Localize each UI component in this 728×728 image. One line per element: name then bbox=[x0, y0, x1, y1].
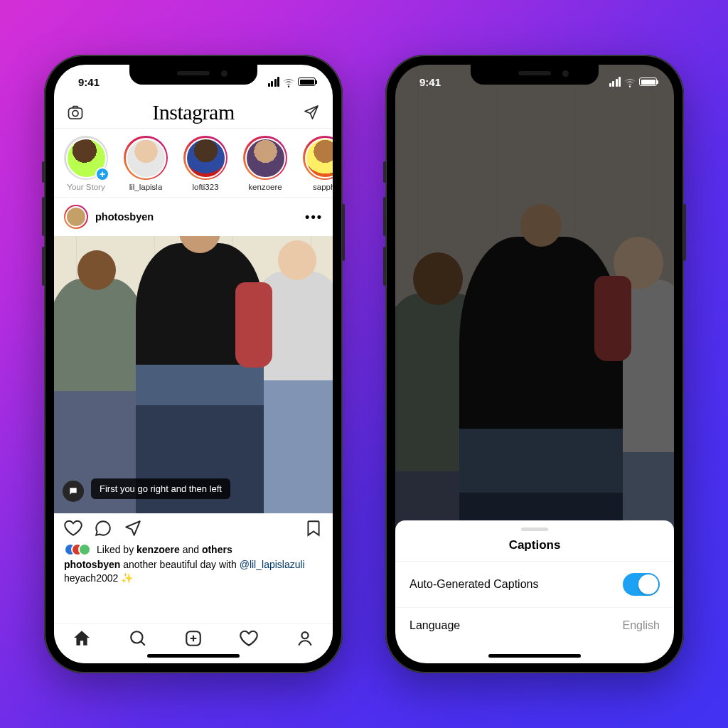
story-your-story[interactable]: + Your Story bbox=[61, 136, 111, 191]
caption-mention[interactable]: @lil_lapislazuli bbox=[240, 559, 305, 570]
camera-icon[interactable] bbox=[65, 102, 85, 122]
story-label: sapphi bbox=[313, 183, 333, 191]
story-item[interactable]: lil_lapisla bbox=[121, 136, 171, 191]
story-label: kenzoere bbox=[248, 183, 282, 191]
post-media[interactable]: First you go right and then left bbox=[54, 236, 333, 513]
post-actions bbox=[54, 513, 333, 543]
caption-author[interactable]: photosbyen bbox=[64, 559, 120, 570]
signal-icon bbox=[268, 77, 280, 87]
post-author-avatar[interactable] bbox=[64, 205, 88, 229]
battery-icon bbox=[639, 77, 657, 86]
svg-point-4 bbox=[301, 632, 308, 638]
app-logo: Instagram bbox=[152, 100, 234, 124]
post-author-name[interactable]: photosbyen bbox=[95, 211, 298, 223]
captions-badge-icon[interactable] bbox=[63, 481, 84, 502]
likes-avatars bbox=[64, 543, 91, 556]
row-label: Language bbox=[410, 619, 460, 632]
row-auto-captions[interactable]: Auto-Generated Captions bbox=[395, 562, 674, 608]
post-header: photosbyen ••• bbox=[54, 198, 333, 236]
status-right bbox=[268, 74, 318, 87]
save-icon[interactable] bbox=[304, 519, 323, 540]
story-item[interactable]: kenzoere bbox=[240, 136, 290, 191]
likes-first-user[interactable]: kenzoere bbox=[136, 544, 180, 555]
story-item[interactable]: lofti323 bbox=[181, 136, 230, 191]
wifi-icon bbox=[283, 77, 294, 86]
messages-icon[interactable] bbox=[301, 102, 321, 122]
app-header: Instagram bbox=[54, 96, 333, 129]
svg-point-2 bbox=[131, 631, 142, 643]
status-time: 9:41 bbox=[70, 73, 100, 88]
more-options-icon[interactable]: ••• bbox=[305, 210, 323, 225]
nav-home-icon[interactable] bbox=[73, 629, 91, 651]
row-language[interactable]: Language English bbox=[395, 608, 674, 643]
screen-feed: 9:41 Instagram + Your Story bbox=[54, 65, 333, 663]
home-indicator[interactable] bbox=[488, 654, 581, 658]
svg-rect-0 bbox=[69, 108, 82, 119]
post-caption: photosbyen another beautiful day with @l… bbox=[54, 558, 333, 589]
like-icon[interactable] bbox=[64, 519, 82, 540]
battery-icon bbox=[298, 77, 316, 86]
notch bbox=[471, 65, 599, 85]
sheet-title: Captions bbox=[395, 538, 674, 562]
captions-sheet: Captions Auto-Generated Captions Languag… bbox=[395, 520, 674, 663]
share-icon[interactable] bbox=[124, 519, 142, 540]
add-story-icon[interactable]: + bbox=[95, 167, 109, 181]
nav-create-icon[interactable] bbox=[184, 629, 203, 651]
story-item[interactable]: sapphi bbox=[300, 136, 333, 191]
stories-row[interactable]: + Your Story lil_lapisla lofti323 kenzoe… bbox=[54, 129, 333, 198]
nav-search-icon[interactable] bbox=[129, 629, 147, 651]
phone-left: 9:41 Instagram + Your Story bbox=[44, 55, 343, 673]
phone-right: 9:41 Captions Auto-Generated Captions La… bbox=[385, 55, 684, 673]
row-label: Auto-Generated Captions bbox=[410, 578, 538, 591]
story-label: lofti323 bbox=[192, 183, 218, 191]
story-label: lil_lapisla bbox=[129, 183, 163, 191]
status-time: 9:41 bbox=[411, 73, 441, 88]
status-right bbox=[609, 74, 659, 87]
comment-icon[interactable] bbox=[94, 519, 112, 540]
row-value: English bbox=[623, 619, 660, 632]
wifi-icon bbox=[624, 77, 636, 86]
auto-captions-toggle[interactable] bbox=[623, 573, 660, 596]
likes-others[interactable]: others bbox=[202, 544, 232, 555]
signal-icon bbox=[609, 77, 621, 87]
notch bbox=[129, 65, 257, 85]
nav-activity-icon[interactable] bbox=[240, 629, 258, 651]
caption-line-2: heyach2002 ✨ bbox=[64, 572, 133, 584]
nav-profile-icon[interactable] bbox=[296, 629, 314, 651]
story-label: Your Story bbox=[67, 183, 105, 191]
post-likes[interactable]: Liked by kenzoere and others bbox=[54, 543, 333, 558]
home-indicator[interactable] bbox=[147, 654, 240, 658]
video-caption-text: First you go right and then left bbox=[91, 478, 230, 499]
screen-captions-settings: 9:41 Captions Auto-Generated Captions La… bbox=[395, 65, 674, 663]
sheet-grabber[interactable] bbox=[521, 528, 548, 531]
svg-point-1 bbox=[73, 110, 78, 116]
